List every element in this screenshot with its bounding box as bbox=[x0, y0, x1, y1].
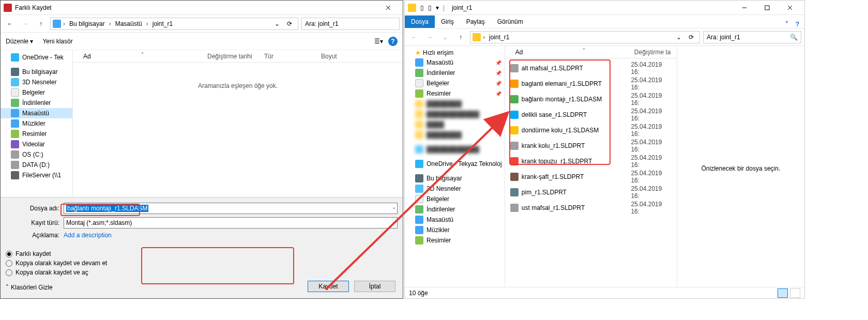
organize-button[interactable]: Düzenle ▾ bbox=[6, 38, 33, 45]
tree-desktop[interactable]: Masaüstü bbox=[1, 108, 72, 118]
filename-input[interactable]: bağlantı montajı_r1.SLDASM⌄ bbox=[64, 203, 398, 214]
file-row[interactable]: ust mafsal_r1.SLDPRT25.04.2019 16: bbox=[506, 200, 676, 216]
hide-folders-button[interactable]: ˄Klasörleri Gizle bbox=[6, 284, 53, 291]
tree-pictures[interactable]: Resimler📌 bbox=[405, 88, 505, 99]
crumb-desktop[interactable]: Masaüstü bbox=[113, 19, 144, 28]
search-box[interactable]: Ara: joint_r1 🔍 bbox=[703, 31, 801, 43]
addr-dropdown-icon[interactable]: ⌄ bbox=[271, 18, 283, 30]
forward-button[interactable]: → bbox=[423, 31, 436, 43]
qat-button[interactable]: ▯ bbox=[428, 4, 432, 11]
file-row[interactable]: delikli sase_r1.SLDPRT25.04.2019 16: bbox=[506, 107, 676, 123]
file-row[interactable]: krank topuzu_r1.SLDPRT25.04.2019 16: bbox=[506, 154, 676, 169]
crumb-folder[interactable]: joint_r1 bbox=[150, 19, 175, 28]
tree-3dobjects[interactable]: 3D Nesneler bbox=[1, 77, 72, 87]
tree-downloads[interactable]: İndirilenler bbox=[1, 98, 72, 108]
tree-music[interactable]: Müzikler bbox=[405, 225, 505, 235]
file-row[interactable]: pim_r1.SLDPRT25.04.2019 16: bbox=[506, 185, 676, 200]
back-button[interactable]: ← bbox=[408, 31, 420, 43]
filetype-select[interactable]: Montaj (*.asm;*.sldasm)⌄ bbox=[64, 217, 398, 228]
search-box[interactable]: Ara: joint_r1 bbox=[301, 18, 400, 30]
tree-downloads[interactable]: İndirilenler📌 bbox=[405, 68, 505, 78]
back-button[interactable]: ← bbox=[4, 18, 16, 30]
newfolder-button[interactable]: Yeni klasör bbox=[42, 38, 72, 45]
tab-view[interactable]: Görünüm bbox=[491, 16, 529, 28]
addr-dropdown-icon[interactable]: ⌄ bbox=[673, 31, 685, 43]
refresh-icon[interactable]: ⟳ bbox=[685, 31, 697, 43]
tree-desktop[interactable]: Masaüstü📌 bbox=[405, 57, 505, 68]
tree-documents[interactable]: Belgeler bbox=[1, 87, 72, 98]
file-row[interactable]: krank kolu_r1.SLDPRT25.04.2019 16: bbox=[506, 138, 676, 154]
titlebar[interactable]: Farklı Kaydet bbox=[1, 1, 403, 15]
tab-home[interactable]: Giriş bbox=[435, 16, 460, 28]
close-button[interactable] bbox=[377, 1, 400, 14]
save-button[interactable]: Kaydet bbox=[308, 281, 349, 292]
cancel-button[interactable]: İptal bbox=[354, 281, 395, 292]
tree-osc[interactable]: OS (C:) bbox=[1, 149, 72, 160]
column-headers[interactable]: Ad˄ Değiştirme ta bbox=[505, 46, 677, 58]
tree-thispc[interactable]: Bu bilgisayar bbox=[1, 67, 72, 77]
tree-quickaccess[interactable]: ★Hızlı erişim bbox=[405, 48, 505, 57]
tab-file[interactable]: Dosya bbox=[405, 16, 435, 28]
titlebar[interactable]: ▯ ▯ ▾ | joint_r1 bbox=[405, 1, 804, 15]
pin-icon: 📌 bbox=[495, 70, 501, 76]
refresh-icon[interactable]: ⟳ bbox=[283, 18, 296, 30]
tree-music[interactable]: Müzikler bbox=[1, 118, 72, 129]
view-options-button[interactable]: ☰▾ bbox=[374, 38, 383, 45]
view-icons-button[interactable] bbox=[790, 288, 800, 298]
disk-icon bbox=[11, 161, 19, 169]
tree-blurred[interactable]: ████ bbox=[405, 119, 505, 130]
tree-blurred[interactable]: ████████████ bbox=[405, 144, 505, 155]
qat-button[interactable]: ▯ bbox=[420, 4, 424, 11]
tree-documents[interactable]: Belgeler📌 bbox=[405, 78, 505, 88]
help-icon[interactable]: ? bbox=[796, 21, 799, 28]
ribbon-tabs[interactable]: Dosya Giriş Paylaş Görünüm ˅ ? bbox=[405, 15, 804, 28]
file-list[interactable]: Ad˄ Değiştirme ta alt mafsal_r1.SLDPRT25… bbox=[505, 46, 677, 287]
tree-3dobjects[interactable]: 3D Nesneler bbox=[405, 184, 505, 194]
tree-blurred[interactable]: ████████ bbox=[405, 99, 505, 109]
address-bar[interactable]: › Bu bilgisayar › Masaüstü › joint_r1 ⌄ … bbox=[50, 18, 298, 30]
tree-downloads[interactable]: İndirilenler bbox=[405, 204, 505, 215]
add-description-link[interactable]: Add a description bbox=[64, 232, 112, 239]
tree-datad[interactable]: DATA (D:) bbox=[1, 160, 72, 170]
toolbar: Düzenle ▾ Yeni klasör ☰▾ ? bbox=[1, 33, 403, 50]
tree-videos[interactable]: Videolar bbox=[1, 139, 72, 149]
tree-desktop[interactable]: Masaüstü bbox=[405, 215, 505, 225]
maximize-button[interactable] bbox=[756, 1, 779, 14]
view-details-button[interactable] bbox=[778, 288, 788, 298]
column-headers[interactable]: Ad˄ Değiştirme tarihi Tür Boyut bbox=[73, 50, 403, 63]
up-button[interactable]: ↑ bbox=[35, 18, 47, 30]
tree-fileserver[interactable]: FileServer (\\1 bbox=[1, 170, 72, 180]
folder-tree[interactable]: ★Hızlı erişim Masaüstü📌 İndirilenler📌 Be… bbox=[405, 46, 505, 287]
crumb-pc[interactable]: Bu bilgisayar bbox=[67, 19, 107, 28]
tree-blurred[interactable]: ████████████ bbox=[405, 109, 505, 119]
qat-dropdown[interactable]: ▾ bbox=[436, 4, 439, 11]
address-bar[interactable]: › joint_r1 ⌄ ⟳ bbox=[470, 31, 700, 43]
ribbon-expand-icon[interactable]: ˅ bbox=[785, 21, 788, 28]
tree-onedrive[interactable]: OneDrive - Tekyaz Teknoloj bbox=[405, 159, 505, 169]
tree-blurred[interactable]: ████████ bbox=[405, 130, 505, 140]
crumb-folder[interactable]: joint_r1 bbox=[487, 33, 511, 42]
folder-icon bbox=[473, 33, 481, 41]
up-button[interactable]: ↑ bbox=[454, 31, 467, 43]
opt-savecopy-open[interactable]: Kopya olarak kaydet ve aç bbox=[6, 269, 398, 276]
file-list[interactable]: Ad˄ Değiştirme tarihi Tür Boyut Aramanız… bbox=[73, 50, 403, 197]
opt-savecopy-continue[interactable]: Kopya olarak kaydet ve devam et bbox=[6, 260, 398, 267]
recent-dropdown[interactable]: ⌄ bbox=[439, 31, 451, 43]
help-icon[interactable]: ? bbox=[388, 37, 398, 46]
file-row[interactable]: dondürme kolu_r1.SLDASM25.04.2019 16: bbox=[506, 123, 676, 138]
folder-tree[interactable]: OneDrive - Tek Bu bilgisayar 3D Nesneler… bbox=[1, 50, 73, 197]
minimize-button[interactable] bbox=[733, 1, 756, 14]
file-row[interactable]: alt mafsal_r1.SLDPRT25.04.2019 16: bbox=[506, 60, 676, 76]
tree-documents[interactable]: Belgeler bbox=[405, 194, 505, 204]
close-button[interactable] bbox=[779, 1, 801, 14]
file-row[interactable]: krank-şaft_r1.SLDPRT25.04.2019 16: bbox=[506, 169, 676, 185]
tab-share[interactable]: Paylaş bbox=[460, 16, 491, 28]
file-row[interactable]: bağlantı montajı_r1.SLDASM25.04.2019 16: bbox=[506, 92, 676, 107]
forward-button[interactable]: → bbox=[19, 18, 32, 30]
opt-saveas[interactable]: Farklı kaydet bbox=[6, 250, 398, 257]
tree-pictures[interactable]: Resimler bbox=[405, 235, 505, 246]
tree-thispc[interactable]: Bu bilgisayar bbox=[405, 173, 505, 184]
tree-pictures[interactable]: Resimler bbox=[1, 129, 72, 139]
tree-onedrive[interactable]: OneDrive - Tek bbox=[1, 52, 72, 63]
file-row[interactable]: baglanti elemani_r1.SLDPRT25.04.2019 16: bbox=[506, 76, 676, 92]
